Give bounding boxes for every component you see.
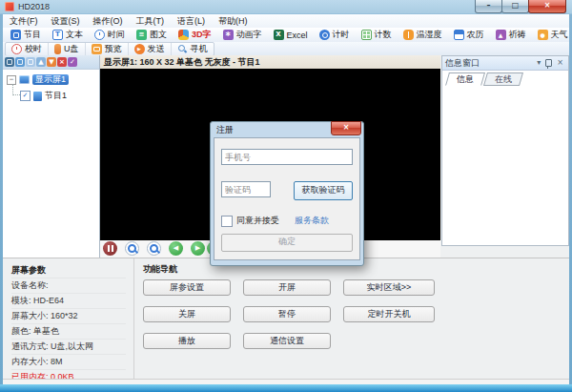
delete-icon[interactable]: × — [57, 57, 67, 67]
toolbar-item-excel[interactable]: Excel — [268, 29, 314, 41]
scheduled-onoff-button[interactable]: 定时开关机 — [343, 306, 435, 322]
toolbar-item-countdown[interactable]: 计时 — [314, 29, 356, 41]
toolbar-item-text[interactable]: 文本 — [47, 29, 89, 41]
minimize-button[interactable]: – — [475, 0, 502, 13]
excel-icon — [274, 30, 284, 40]
cube-3d-icon — [178, 30, 189, 40]
animated-text-icon — [223, 30, 234, 40]
copy-icon[interactable] — [15, 57, 25, 67]
toolbar-item-counter[interactable]: 计数 — [356, 29, 398, 41]
toolbar-item-send[interactable]: 发送 — [129, 43, 172, 55]
bottom-section: 屏幕参数 设备名称: 模块: HD-E64 屏幕大小: 160*32 颜色: 单… — [3, 258, 569, 380]
move-down-icon[interactable]: ▼ — [47, 57, 56, 67]
realtime-area-button[interactable]: 实时区域>> — [343, 279, 435, 296]
weather-icon — [538, 30, 548, 40]
toolbar-item-synctime[interactable]: 校时 — [6, 43, 49, 55]
preview-icon — [92, 44, 102, 54]
menu-bar: 文件(F) 设置(S) 操作(O) 工具(T) 语言(L) 帮助(H) — [3, 14, 569, 29]
function-nav-panel: 功能导航 屏参设置 开屏 实时区域>> 关屏 暂停 定时开关机 播放 通信设置 — [135, 258, 569, 380]
toolbar-item-finddevice[interactable]: 寻机 — [172, 43, 214, 55]
toolbar-item-prayer[interactable]: 祈祷 — [490, 29, 532, 41]
clock-icon — [94, 30, 105, 40]
info-tabs: 信息 在线 — [442, 71, 568, 86]
register-dialog-body: 获取验证码 同意并接受 服务条款 确定 — [214, 137, 360, 260]
select-all-icon[interactable]: ✓ — [68, 57, 77, 67]
pause-nav-button[interactable]: 暂停 — [243, 306, 331, 322]
agree-checkbox[interactable] — [221, 216, 233, 227]
dialog-close-button[interactable]: × — [331, 121, 361, 135]
menu-language[interactable]: 语言(L) — [171, 15, 212, 28]
menu-settings[interactable]: 设置(S) — [45, 15, 87, 28]
menu-tools[interactable]: 工具(T) — [130, 15, 172, 28]
screen-off-button[interactable]: 关屏 — [143, 306, 231, 322]
secondary-toolbar: 校时 U盘 预览 发送 寻机 — [3, 42, 569, 55]
toolbar-item-time[interactable]: 时间 — [89, 29, 131, 41]
ok-button[interactable]: 确定 — [221, 234, 353, 252]
function-nav-grid: 屏参设置 开屏 实时区域>> 关屏 暂停 定时开关机 播放 通信设置 — [143, 279, 569, 349]
tab-info[interactable]: 信息 — [445, 72, 485, 86]
terms-link[interactable]: 服务条款 — [295, 215, 329, 227]
screen-label: 显示屏1 — [32, 74, 69, 85]
play-nav-button[interactable]: 播放 — [143, 333, 231, 349]
text-icon — [52, 30, 63, 40]
program-checkbox[interactable]: ✓ — [20, 91, 31, 101]
pause-button[interactable] — [103, 241, 117, 256]
toolbar-item-lunar[interactable]: 农历 — [448, 29, 490, 41]
toolbar-item-program[interactable]: 节目 — [5, 29, 47, 41]
tree-item-screen[interactable]: − 显示屏1 — [7, 74, 99, 85]
toolbar-item-temperature[interactable]: 温湿度 — [398, 29, 448, 41]
toolbar-item-graphictext[interactable]: 图文 — [131, 29, 173, 41]
toolbar-item-animtext[interactable]: 动画字 — [217, 29, 268, 41]
paste-icon[interactable] — [26, 57, 35, 67]
screen-params-title: 屏幕参数 — [11, 263, 126, 279]
tree-toolbar: ▲ ▼ × ✓ — [3, 55, 99, 70]
agree-label: 同意并接受 — [236, 215, 279, 227]
tree-item-program[interactable]: ✓ 节目1 — [20, 90, 99, 102]
maximize-button[interactable]: □ — [501, 0, 529, 13]
info-window-titlebar: 信息窗口 ▾ × — [442, 56, 568, 71]
param-comm-mode: 通讯方式: U盘,以太网 — [11, 340, 126, 355]
screen-on-button[interactable]: 开屏 — [243, 279, 331, 296]
window-title: HD2018 — [18, 2, 50, 11]
graphic-text-icon — [136, 30, 147, 40]
zoom-in-button[interactable] — [125, 241, 139, 256]
title-bar: HD2018 – □ × — [0, 0, 572, 14]
verification-code-input[interactable] — [221, 181, 271, 197]
collapse-icon[interactable]: − — [7, 75, 16, 85]
menu-file[interactable]: 文件(F) — [3, 15, 45, 28]
param-memory-size: 内存大小: 8M — [11, 355, 126, 370]
add-screen-icon[interactable] — [5, 57, 14, 67]
program-label: 节目1 — [45, 90, 67, 102]
zoom-out-button[interactable] — [147, 241, 161, 256]
chevron-down-icon[interactable]: ▾ — [535, 57, 542, 69]
previous-button[interactable]: ◀ — [169, 241, 183, 256]
sync-clock-icon — [11, 44, 22, 54]
send-arrow-icon — [134, 44, 145, 54]
register-dialog-title: 注册 — [216, 125, 234, 134]
tab-online[interactable]: 在线 — [483, 72, 523, 86]
pin-icon[interactable] — [545, 59, 552, 67]
search-icon — [177, 44, 188, 54]
calendar-icon — [454, 30, 464, 40]
menu-operate[interactable]: 操作(O) — [87, 15, 130, 28]
thermometer-icon — [403, 30, 414, 40]
screen-tree-panel: ▲ ▼ × ✓ − 显示屏1 ✓ 节目1 — [3, 55, 100, 258]
info-window-title: 信息窗口 — [445, 57, 535, 70]
info-close-icon[interactable]: × — [555, 57, 565, 69]
param-device-name: 设备名称: — [11, 279, 126, 294]
toolbar-item-preview[interactable]: 预览 — [86, 43, 129, 55]
close-button[interactable]: × — [528, 0, 566, 13]
toolbar-item-3dtext[interactable]: 3D字 — [173, 29, 217, 41]
display-header: 显示屏1: 160 X 32 单基色 无灰度 - 节目1 — [100, 55, 440, 70]
phone-number-input[interactable] — [221, 149, 353, 165]
move-up-icon[interactable]: ▲ — [36, 57, 46, 67]
get-code-button[interactable]: 获取验证码 — [294, 181, 353, 200]
comm-settings-button[interactable]: 通信设置 — [243, 333, 331, 349]
stopwatch-icon — [319, 30, 330, 40]
toolbar-item-weather[interactable]: 天气 — [532, 29, 572, 41]
screen-settings-button[interactable]: 屏参设置 — [143, 279, 231, 296]
next-button[interactable]: ▶ — [191, 241, 205, 256]
param-color: 颜色: 单基色 — [11, 324, 126, 340]
toolbar-item-usb[interactable]: U盘 — [49, 43, 86, 55]
menu-help[interactable]: 帮助(H) — [212, 15, 255, 28]
